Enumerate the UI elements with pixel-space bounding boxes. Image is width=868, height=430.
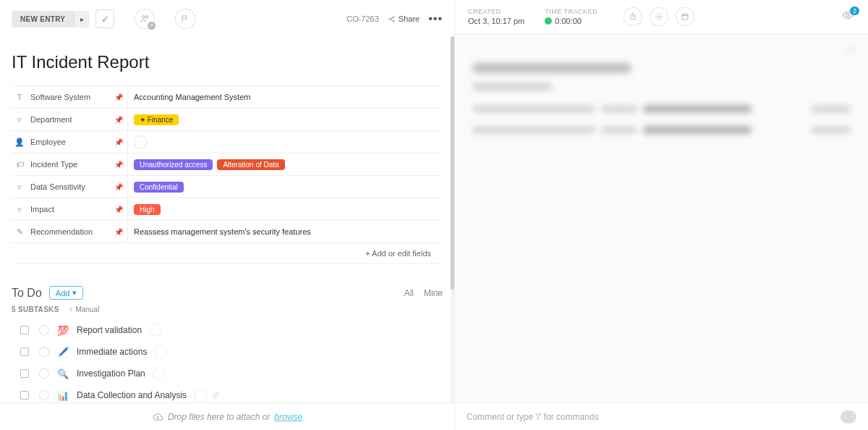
field-row[interactable]: ▿Department📌✦ Finance <box>12 109 443 131</box>
settings-icon[interactable] <box>650 7 668 26</box>
plus-icon: + <box>148 22 156 30</box>
share-label: Share <box>399 14 420 23</box>
custom-fields: TSoftware System📌Accounting Management S… <box>12 85 443 243</box>
field-type-icon: 👤 <box>14 138 25 147</box>
sort-button[interactable]: ↑ Manual <box>69 305 100 313</box>
task-id: CO-7263 <box>346 14 379 23</box>
field-row[interactable]: TSoftware System📌Accounting Management S… <box>12 86 443 109</box>
assignee-placeholder-icon[interactable] <box>134 135 147 148</box>
tag-pill[interactable]: Alteration of Data <box>217 159 284 170</box>
subtask-count: 5 SUBTASKS <box>12 305 59 313</box>
filter-mine[interactable]: Mine <box>424 288 443 298</box>
share-button[interactable]: Share <box>388 14 420 23</box>
chevron-down-icon: ▾ <box>72 288 77 298</box>
field-row[interactable]: ▿Data Sensitivity📌Confidential <box>12 176 443 198</box>
subtask-checkbox[interactable] <box>20 347 29 356</box>
subtask-row[interactable]: 🖊️Immediate actions <box>12 341 443 363</box>
pin-icon[interactable]: 📌 <box>114 116 123 124</box>
subtask-row[interactable]: 💯Report validation <box>12 319 443 341</box>
status-icon[interactable] <box>39 390 49 400</box>
field-label: 👤Employee📌 <box>12 138 127 147</box>
tag-pill[interactable]: Unauthorized access <box>134 159 213 170</box>
field-row[interactable]: 👤Employee📌 <box>12 131 443 153</box>
tag-pill[interactable]: High <box>134 204 161 215</box>
field-label: ▿Data Sensitivity📌 <box>12 182 127 192</box>
pin-icon[interactable]: 📌 <box>114 228 123 236</box>
field-type-icon: ▿ <box>14 115 25 125</box>
field-value[interactable]: Unauthorized accessAlteration of Data <box>127 153 443 175</box>
subtask-name[interactable]: Investigation Plan <box>77 368 145 379</box>
todo-heading: To Do <box>12 287 42 300</box>
subtask-emoji: 🖊️ <box>56 347 69 358</box>
field-value[interactable]: ✦ Finance <box>127 109 443 130</box>
pin-icon[interactable]: 📌 <box>114 138 123 146</box>
created-label: CREATED <box>468 8 524 15</box>
sort-icon: ↑ <box>69 305 73 313</box>
new-entry-dropdown[interactable]: ▸ <box>74 11 90 28</box>
status-icon[interactable] <box>39 325 49 335</box>
more-menu-icon[interactable]: ••• <box>428 12 443 25</box>
subtask-checkbox[interactable] <box>20 326 29 334</box>
assignee-placeholder-icon[interactable] <box>154 345 167 358</box>
assignee-placeholder-icon[interactable] <box>153 367 166 380</box>
subtask-name[interactable]: Immediate actions <box>77 347 147 357</box>
watchers-icon[interactable]: 2 <box>841 9 855 25</box>
subtask-checkbox[interactable] <box>20 369 29 378</box>
activity-panel <box>455 34 868 430</box>
field-row[interactable]: 🏷Incident Type📌Unauthorized accessAltera… <box>12 153 443 176</box>
assignee-add-icon[interactable]: + <box>135 9 155 29</box>
share-icon <box>388 15 396 23</box>
subtask-emoji: 📊 <box>56 390 69 401</box>
field-row[interactable]: ▿Impact📌High <box>12 198 443 221</box>
status-icon[interactable] <box>39 347 49 357</box>
drop-text: Drop files here to attach or <box>168 412 270 422</box>
filter-all[interactable]: All <box>404 288 414 298</box>
field-label: 🏷Incident Type📌 <box>12 160 127 169</box>
svg-point-4 <box>393 20 394 22</box>
field-row[interactable]: ✎Recommendation📌Reassess management syst… <box>12 221 443 243</box>
subtask-row[interactable]: 🔍Investigation Plan <box>12 363 443 384</box>
play-icon[interactable] <box>545 17 552 25</box>
field-type-icon: T <box>14 93 25 101</box>
send-comment-icon[interactable] <box>841 410 856 423</box>
status-icon[interactable] <box>39 368 49 379</box>
svg-point-8 <box>846 14 849 17</box>
field-label: ✎Recommendation📌 <box>12 227 127 237</box>
timer-icon[interactable] <box>624 7 642 26</box>
pin-icon[interactable]: 📌 <box>114 206 123 214</box>
subtask-checkbox[interactable] <box>20 391 29 400</box>
svg-point-2 <box>389 18 391 20</box>
field-type-icon: 🏷 <box>14 160 25 169</box>
comment-input[interactable]: Comment or type '/' for commands <box>467 412 599 422</box>
attachment-dropzone[interactable]: Drop files here to attach or browse <box>0 402 454 430</box>
subtask-name[interactable]: Data Collection and Analysis <box>77 390 187 400</box>
field-label: ▿Impact📌 <box>12 205 127 214</box>
new-entry-button[interactable]: NEW ENTRY <box>12 11 74 28</box>
pin-icon[interactable]: 📌 <box>114 183 123 191</box>
svg-point-6 <box>658 16 660 18</box>
tag-pill[interactable]: Confidential <box>134 182 184 193</box>
svg-point-0 <box>142 16 145 19</box>
flag-icon[interactable] <box>175 9 195 29</box>
tag-pill[interactable]: ✦ Finance <box>134 114 179 125</box>
time-tracked-label: TIME TRACKED <box>545 8 597 15</box>
field-value[interactable] <box>127 131 443 153</box>
pin-icon[interactable]: 📌 <box>114 161 123 169</box>
field-value[interactable]: High <box>127 198 443 220</box>
subtask-meta-icons <box>194 389 220 402</box>
page-title[interactable]: IT Incident Report <box>0 38 454 85</box>
svg-point-1 <box>146 16 149 19</box>
browse-link[interactable]: browse <box>274 412 302 422</box>
field-value[interactable]: Accounting Management System <box>127 86 443 108</box>
subtask-name[interactable]: Report validation <box>77 325 142 335</box>
field-value[interactable]: Confidential <box>127 176 443 198</box>
add-edit-fields-link[interactable]: + Add or edit fields <box>12 243 443 264</box>
field-label: ▿Department📌 <box>12 115 127 125</box>
calendar-icon[interactable] <box>676 7 694 26</box>
add-subtask-button[interactable]: Add ▾ <box>49 286 84 300</box>
assignee-placeholder-icon[interactable] <box>149 324 162 337</box>
time-tracked-value: 0:00:00 <box>555 17 582 25</box>
pin-icon[interactable]: 📌 <box>114 93 123 101</box>
field-value[interactable]: Reassess management system's security fe… <box>127 221 443 243</box>
mark-complete-button[interactable]: ✓ <box>95 9 114 28</box>
